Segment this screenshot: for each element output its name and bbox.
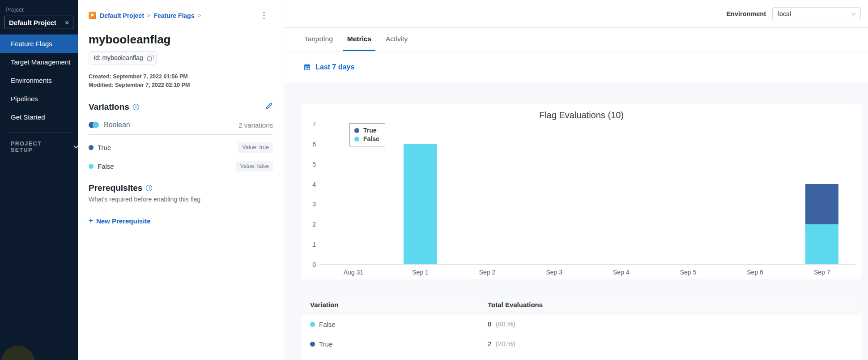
- sidebar-item-environments[interactable]: Environments: [0, 71, 78, 90]
- x-tick-label: Sep 3: [521, 269, 588, 276]
- tab-metrics[interactable]: Metrics: [343, 28, 375, 51]
- chevron-down-icon: [73, 143, 78, 148]
- tab-activity[interactable]: Activity: [382, 28, 412, 51]
- legend-false-dot: [354, 137, 359, 141]
- divider: [89, 134, 273, 135]
- flag-meta: Created: September 7, 2022 01:56 PM Modi…: [89, 73, 273, 90]
- project-setup-toggle[interactable]: PROJECT SETUP: [0, 141, 78, 153]
- breadcrumb: Default Project Feature Flags: [89, 12, 273, 19]
- x-tick-label: Sep 4: [588, 269, 655, 276]
- bar-slot: [655, 124, 722, 264]
- environment-topbar: Environment local: [284, 0, 868, 28]
- bar-slot: [387, 124, 454, 264]
- chart-legend: True False: [349, 123, 385, 146]
- prerequisites-description: What's required before enabling this fla…: [89, 196, 273, 203]
- date-range-label: Last 7 days: [315, 63, 354, 71]
- flag-id-chip[interactable]: Id: mybooleanflag: [89, 51, 157, 64]
- evaluations-table: Variation Total Evaluations False 8 (80.…: [301, 296, 862, 360]
- x-tick-label: Aug 31: [320, 269, 387, 276]
- variations-heading: Variations: [89, 102, 129, 112]
- kebab-menu-icon[interactable]: [260, 10, 268, 21]
- environment-value: local: [778, 10, 852, 17]
- bar-slot: [588, 124, 655, 264]
- x-tick-label: Sep 5: [655, 269, 722, 276]
- legend-true-dot: [354, 128, 359, 133]
- double-chevron-icon: »: [65, 18, 69, 26]
- variation-value-chip: Value: false: [236, 161, 273, 171]
- breadcrumb-separator-icon: [197, 12, 201, 19]
- legend-item-false[interactable]: False: [354, 135, 379, 143]
- sidebar-item-get-started[interactable]: Get Started: [0, 108, 78, 126]
- y-tick-label: 3: [312, 201, 316, 208]
- bar-slot: [454, 124, 521, 264]
- main-panel: Environment local Targeting Metrics Acti…: [284, 0, 868, 360]
- variation-label: False: [98, 163, 114, 170]
- table-row: True 2 (20.%): [301, 334, 862, 354]
- edit-variations-button[interactable]: [265, 102, 273, 112]
- plot-row: 01234567 True False: [301, 124, 862, 265]
- legend-item-true[interactable]: True: [354, 126, 379, 135]
- bar-slot: [521, 124, 588, 264]
- created-date: Created: September 7, 2022 01:56 PM: [89, 73, 273, 81]
- environment-select[interactable]: local: [772, 7, 861, 20]
- tab-label: Activity: [386, 35, 408, 43]
- prerequisites-heading: Prerequisites: [89, 183, 142, 193]
- new-prerequisite-button[interactable]: New Prerequisite: [89, 216, 151, 225]
- tab-targeting[interactable]: Targeting: [300, 28, 337, 51]
- variations-header-row: Variations: [89, 102, 273, 112]
- y-tick-label: 6: [312, 141, 316, 148]
- sidebar-item-label: Environments: [11, 77, 52, 84]
- plus-icon: [89, 216, 93, 225]
- bar-segment-true: [805, 184, 838, 224]
- sidebar-item-label: Get Started: [11, 113, 45, 121]
- copy-icon[interactable]: [147, 56, 152, 61]
- bar-segment-false: [404, 144, 437, 264]
- row-percent: (20.%): [496, 340, 515, 347]
- breadcrumb-feature-flags-link[interactable]: Feature Flags: [153, 12, 194, 19]
- help-bubble[interactable]: [1, 346, 35, 360]
- x-axis-labels: Aug 31Sep 1Sep 2Sep 3Sep 4Sep 5Sep 6Sep …: [320, 269, 862, 276]
- variation-value-chip: Value: true: [238, 142, 273, 153]
- calendar-icon: [303, 64, 311, 71]
- variation-false-dot: [89, 164, 94, 169]
- metrics-content: Flag Evaluations (10) 01234567 True Fals…: [284, 83, 868, 360]
- sidebar-item-feature-flags[interactable]: Feature Flags: [0, 34, 78, 53]
- feature-flags-icon: [89, 12, 96, 19]
- breadcrumb-project-link[interactable]: Default Project: [100, 12, 144, 19]
- project-selector[interactable]: Default Project »: [4, 16, 73, 29]
- sidebar-divider: [7, 133, 71, 133]
- row-true-dot: [310, 342, 315, 347]
- sidebar-item-pipelines[interactable]: Pipelines: [0, 90, 78, 108]
- row-value: 8: [488, 320, 491, 328]
- variation-row-true: True Value: true: [89, 141, 273, 154]
- x-tick-label: Sep 1: [387, 269, 454, 276]
- legend-label: True: [363, 126, 377, 135]
- table-row: False 8 (80.%): [301, 314, 862, 334]
- date-range-filter[interactable]: Last 7 days: [284, 51, 868, 83]
- boolean-type-icon: [89, 122, 99, 128]
- plot-area: True False: [320, 124, 855, 265]
- variation-row-false: False Value: false: [89, 160, 273, 172]
- sidebar-item-target-management[interactable]: Target Management: [0, 53, 78, 71]
- flag-detail-panel: Default Project Feature Flags mybooleanf…: [78, 0, 284, 360]
- y-tick-label: 1: [312, 241, 316, 248]
- chevron-down-icon: [851, 11, 856, 15]
- sidebar-item-label: Feature Flags: [11, 40, 52, 47]
- row-value: 2: [488, 340, 491, 347]
- variation-type-row: Boolean 2 variations: [89, 121, 273, 129]
- table-header-variation: Variation: [310, 301, 488, 309]
- bar-segment-false: [805, 224, 838, 264]
- sidebar-item-label: Pipelines: [11, 95, 38, 103]
- table-header-row: Variation Total Evaluations: [301, 296, 862, 314]
- project-selector-value: Default Project: [9, 19, 65, 26]
- project-label: Project: [5, 6, 78, 13]
- info-icon[interactable]: [133, 104, 139, 110]
- x-tick-label: Sep 2: [454, 269, 521, 276]
- chart-title: Flag Evaluations (10): [301, 110, 862, 120]
- info-icon[interactable]: [146, 185, 152, 191]
- y-tick-label: 7: [312, 120, 316, 128]
- table-header-total: Total Evaluations: [488, 301, 853, 309]
- sidebar: Project Default Project » Feature Flags …: [0, 0, 78, 360]
- variation-count: 2 variations: [238, 121, 273, 129]
- prerequisites-header-row: Prerequisites: [89, 183, 273, 193]
